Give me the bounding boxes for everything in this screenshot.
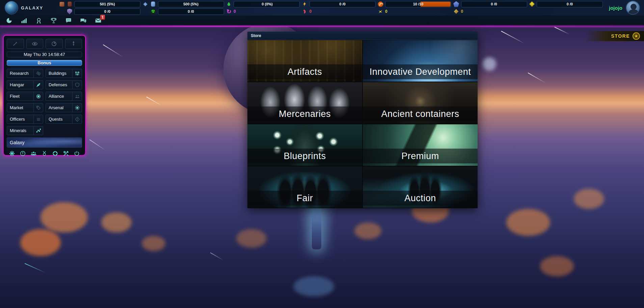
spy-eye-icon[interactable]	[26, 39, 44, 49]
resource-group-crystal: 500 (5%) ☢ 0 /0	[142, 1, 224, 15]
sidebar-item-market[interactable]: Market	[7, 103, 43, 112]
market-tag-icon	[33, 103, 43, 112]
messages-icon[interactable]	[80, 17, 87, 24]
shield-bar[interactable]: 0 /0	[74, 8, 140, 15]
store-button[interactable]: STORE ★	[587, 31, 644, 41]
support-ring-icon[interactable]	[52, 150, 59, 157]
resource-group-energy: 0 /0 0	[302, 1, 376, 15]
fleet-slots-bar[interactable]: 10 /10	[385, 1, 451, 7]
store-tile-auction[interactable]: Auction	[363, 166, 478, 208]
sidebar-item-minerals[interactable]: Minerals	[7, 126, 43, 135]
store-modal: Store Artifacts Innovative Development M…	[247, 32, 478, 208]
arsenal-burst-icon	[72, 103, 82, 112]
attack-sword-icon[interactable]	[7, 39, 24, 49]
chat-icon[interactable]	[65, 17, 72, 24]
store-modal-title: Store	[247, 32, 478, 40]
metal-icon	[59, 1, 65, 7]
tools-icon[interactable]	[62, 150, 70, 157]
sidebar-item-hangar[interactable]: Hangar	[7, 80, 43, 89]
sidebar-item-arsenal[interactable]: Arsenal	[46, 103, 82, 112]
store-tile-innovative-development[interactable]: Innovative Development	[363, 40, 478, 82]
datetime-display: May Thu 30 14:58:47	[7, 52, 82, 57]
alliance-people-icon	[72, 92, 82, 100]
power-icon[interactable]	[73, 150, 81, 157]
overview-pie-icon[interactable]	[5, 17, 13, 24]
store-tile-fair[interactable]: Fair	[247, 166, 362, 208]
fuel-bar[interactable]: 0 (0%)	[234, 1, 300, 7]
radar-icon[interactable]	[46, 39, 63, 49]
tile-label-band: Innovative Development	[363, 64, 478, 79]
crystal-storage-icon	[150, 1, 156, 7]
sidebar-item-fleet[interactable]: Fleet	[7, 92, 43, 101]
defenses-shield-icon	[72, 81, 82, 89]
sidebar-item-galaxy[interactable]: Galaxy	[7, 137, 82, 148]
store-tile-premium[interactable]: Premium	[363, 124, 478, 166]
rankings-trophy-icon[interactable]	[50, 17, 57, 24]
recycler-icon: ↻	[226, 8, 232, 14]
officers-chevrons-icon	[33, 115, 43, 123]
crystal-bar[interactable]: 500 (5%)	[158, 1, 224, 7]
info-icon[interactable]	[19, 150, 26, 157]
store-medal-icon: ★	[633, 32, 640, 40]
bonus-button[interactable]: Bonus	[7, 60, 82, 66]
tile-label-band: Premium	[363, 149, 478, 163]
premium-bar[interactable]: 0 /0	[537, 1, 603, 7]
energy-bar[interactable]: 0 /0	[310, 1, 376, 7]
fleet-slots-icon	[377, 1, 383, 7]
sidebar-item-defenses[interactable]: Defenses	[46, 80, 82, 89]
radiation-bar[interactable]: 0 /0	[158, 8, 224, 15]
resource-group-fuel: 0 (0%) ↻ 0	[226, 1, 300, 15]
settings-gear-icon[interactable]	[8, 150, 16, 157]
top-resource-bar: GALAXY 501 (5%) 0 /0 500 (5%) ☢	[0, 0, 644, 16]
resource-strip: 501 (5%) 0 /0 500 (5%) ☢ 0 /0	[57, 1, 609, 15]
avatar[interactable]	[626, 1, 640, 15]
hangar-rocket-icon	[33, 81, 43, 89]
tile-label-band: Auction	[363, 191, 478, 206]
community-icon[interactable]	[30, 150, 37, 157]
tile-label-band: Ancient containers	[363, 106, 478, 121]
mail-icon[interactable]: 1	[95, 17, 102, 24]
toolbar: 1 Main Planet [1:10:10] ▼ STORE ★	[0, 16, 644, 26]
sidebar-item-alliance[interactable]: Alliance	[46, 92, 82, 101]
spark-icon	[377, 8, 383, 14]
sidebar-item-buildings[interactable]: Buildings	[46, 69, 82, 78]
shield-icon	[66, 8, 73, 14]
flame-count: 0	[310, 9, 312, 14]
tile-label-band: Artifacts	[247, 64, 362, 79]
store-tile-artifacts[interactable]: Artifacts	[247, 40, 362, 82]
fleet-slots-fill	[421, 2, 451, 7]
crystal-icon	[142, 1, 149, 7]
dagger-icon[interactable]	[65, 39, 82, 49]
resource-group-population: 0 /0 0	[453, 1, 527, 15]
sidebar-item-research[interactable]: Research	[7, 69, 43, 78]
store-tile-blueprints[interactable]: Blueprints	[247, 124, 362, 166]
username[interactable]: jojojo	[609, 5, 622, 11]
quests-exclamation-icon	[72, 115, 82, 123]
resource-group-fleet-slots: 10 /10 0	[377, 1, 451, 15]
game-logo[interactable]: GALAXY	[0, 0, 57, 16]
tile-label-band: Blueprints	[247, 149, 362, 163]
mail-badge: 1	[100, 15, 105, 20]
store-tile-ancient-containers[interactable]: Ancient containers	[363, 82, 478, 124]
sidebar-item-quests[interactable]: Quests	[46, 115, 82, 124]
store-button-label: STORE	[611, 33, 630, 39]
relic-icon	[453, 8, 459, 14]
flame-icon	[302, 8, 308, 14]
energy-icon	[302, 1, 308, 7]
awards-icon[interactable]	[35, 17, 43, 24]
statistics-icon[interactable]	[20, 17, 28, 24]
user-zone: jojojo	[609, 1, 644, 15]
premium-icon	[529, 1, 535, 7]
logo-emblem-icon	[5, 1, 18, 14]
metal-bar[interactable]: 501 (5%)	[74, 1, 140, 7]
sidebar-menu: Research Buildings Hangar Defenses Fleet	[7, 69, 82, 148]
metal-storage-icon	[66, 1, 73, 7]
achievements-medal-icon[interactable]	[41, 150, 48, 157]
resource-group-premium: 0 /0	[529, 1, 603, 15]
store-tile-mercenaries[interactable]: Mercenaries	[247, 82, 362, 124]
sidebar-item-officers[interactable]: Officers	[7, 115, 43, 124]
galaxy-label: Galaxy	[10, 140, 25, 145]
population-bar[interactable]: 0 /0	[461, 1, 527, 7]
radiation-icon: ☢	[150, 8, 156, 14]
store-tiles-grid: Artifacts Innovative Development Mercena…	[247, 40, 478, 208]
